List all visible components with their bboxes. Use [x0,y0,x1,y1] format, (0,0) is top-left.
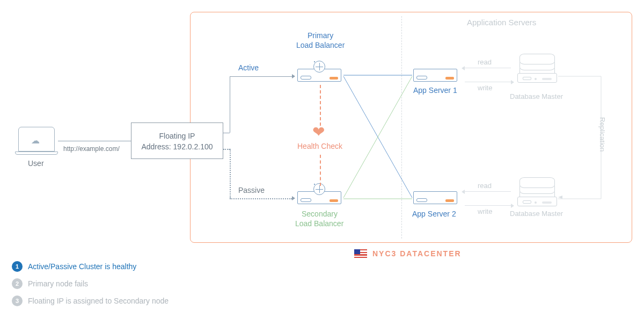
health-line-bottom [320,155,321,186]
step-2-text: Primary node fails [28,279,88,288]
us-flag-icon [354,249,367,258]
step-1-text: Active/Passive Cluster is healthy [28,262,136,271]
fip-to-secondary [230,198,292,199]
db-master-label-1: Database Master [510,92,563,100]
datacenter-label: NYC3 DATACENTER [354,249,462,258]
active-label: Active [238,63,259,72]
write-label-1: write [478,84,492,92]
database-master-1 [519,54,555,83]
app-server-1-label: App Server 1 [413,86,457,95]
step-2-badge: 2 [12,278,23,289]
step-1-badge: 1 [12,261,23,272]
app-server-1 [412,63,458,83]
read-arrow-1 [465,68,511,68]
floating-ip-line2: Address: 192.0.2.100 [131,141,223,152]
health-line-top [320,85,321,126]
user-laptop-base [15,152,58,155]
read-arrow-2 [465,191,511,192]
primary-lb-title-1: Primary [308,31,333,40]
write-arrow-2 [465,205,511,206]
replication-label: Replication [598,117,606,152]
write-label-2: write [478,207,492,215]
database-master-2 [519,177,555,206]
step-3-badge: 3 [12,295,23,306]
fip-up [230,76,230,133]
floating-ip-box: Floating IP Address: 192.0.2.100 [131,122,223,159]
secondary-lb-title-1: Secondary [302,210,338,218]
floating-ip-line1: Floating IP [131,131,223,141]
read-label-1: read [478,58,492,66]
write-arrow-1 [465,82,511,82]
fip-stub-top [223,133,230,133]
user-label: User [28,159,44,168]
step-3: 3 Floating IP is assigned to Secondary n… [12,295,169,306]
secondary-load-balancer [296,186,342,205]
app-server-2-label: App Server 2 [412,210,456,218]
vertical-divider [401,16,402,239]
step-1: 1 Active/Passive Cluster is healthy [12,261,136,272]
arrow-secondary [292,196,295,200]
step-2: 2 Primary node fails [12,278,88,289]
read-label-2: read [478,182,492,190]
secondary-lb-title-2: Load Balancer [295,219,343,228]
line-user-to-fip [58,141,131,141]
primary-load-balancer [296,63,342,83]
primary-lb-title-2: Load Balancer [296,41,345,49]
passive-label: Passive [238,186,265,194]
datacenter-name: NYC3 DATACENTER [372,249,462,258]
app-server-2 [412,186,458,205]
step-3-text: Floating IP is assigned to Secondary nod… [28,297,169,305]
cloud-icon: ☁ [31,135,40,146]
request-url: http://example.com/ [63,145,120,153]
datacenter-box [190,12,632,243]
arrow-primary [292,74,295,78]
fip-to-primary [230,76,292,77]
application-servers-title: Application Servers [467,18,536,27]
fip-stub-bot [223,149,230,150]
heart-icon: ❤ [312,125,325,140]
health-check-label: Health Check [297,142,342,150]
fip-down [230,149,231,198]
db-master-label-2: Database Master [510,210,563,218]
